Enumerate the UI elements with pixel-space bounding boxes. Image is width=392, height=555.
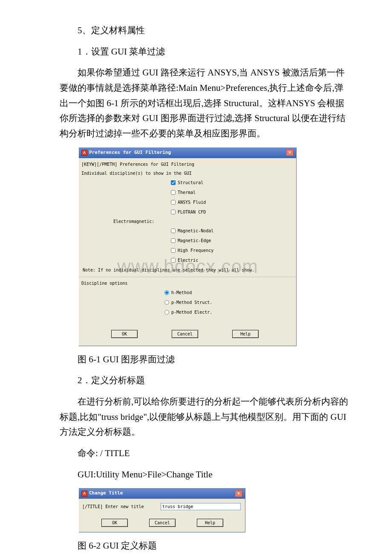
option-thermal[interactable]: Thermal bbox=[81, 188, 294, 197]
separator bbox=[79, 277, 296, 277]
button-row: OK Cancel Help bbox=[81, 325, 294, 341]
option-label: p-Method Struct. bbox=[171, 299, 212, 306]
paragraph: 5、定义材料属性 bbox=[60, 23, 352, 38]
help-button[interactable]: Help bbox=[197, 519, 223, 527]
checkbox-magnetic-nodal[interactable] bbox=[171, 228, 176, 233]
figure-6-2: Λ Change Title × [/TITLE] Enter new titl… bbox=[79, 488, 352, 532]
radio-p-method-struct[interactable]: p-Method Struct. bbox=[81, 298, 294, 307]
checkbox-thermal[interactable] bbox=[171, 190, 176, 195]
option-label: p-Method Electr. bbox=[171, 309, 212, 316]
group-label-electromagnetic: Electromagnetic: bbox=[81, 217, 294, 226]
dialog-titlebar: Λ Preferences for GUI Filtering × bbox=[79, 147, 296, 158]
dialog-text: [KEYW][/PMETH] Preferences for GUI Filte… bbox=[81, 160, 294, 169]
checkbox-high-frequency[interactable] bbox=[171, 248, 176, 253]
dialog-text: Individual discipline(s) to show in the … bbox=[81, 169, 294, 178]
paragraph: 2．定义分析标题 bbox=[60, 373, 352, 388]
document-page: 5、定义材料属性 1．设置 GUI 菜单过滤 如果你希望通过 GUI 路径来运行… bbox=[0, 0, 392, 555]
checkbox-ansys-fluid[interactable] bbox=[171, 200, 176, 205]
radio-h-method[interactable]: h-Method bbox=[81, 288, 294, 298]
dialog-titlebar: Λ Change Title × bbox=[79, 488, 245, 499]
option-ansys-fluid[interactable]: ANSYS Fluid bbox=[81, 197, 294, 207]
title-input-row: [/TITLE] Enter new title bbox=[82, 501, 242, 515]
paragraph: 命令: / TITLE bbox=[60, 446, 352, 461]
option-structural[interactable]: Structural bbox=[81, 178, 294, 188]
input-prompt: [/TITLE] Enter new title bbox=[82, 503, 155, 510]
radio-h[interactable] bbox=[164, 290, 169, 295]
figure-6-1: Λ Preferences for GUI Filtering × [KEYW]… bbox=[79, 147, 352, 346]
checkbox-flotran[interactable] bbox=[171, 210, 176, 214]
option-label: Electric bbox=[178, 257, 198, 264]
button-row: OK Cancel Help bbox=[82, 515, 242, 529]
ansys-icon: Λ bbox=[81, 491, 87, 497]
radio-p-struct[interactable] bbox=[164, 300, 169, 305]
figure-caption: 图 6-1 GUI 图形界面过滤 bbox=[60, 352, 352, 367]
figure-caption: 图 6-2 GUI 定义标题 bbox=[60, 538, 352, 554]
dialog-title: Change Title bbox=[89, 489, 123, 497]
dialog-title: Preferences for GUI Filtering bbox=[89, 149, 171, 157]
ok-button[interactable]: OK bbox=[111, 330, 138, 338]
ok-button[interactable]: OK bbox=[101, 519, 128, 527]
paragraph: 如果你希望通过 GUI 路径来运行 ANSYS,当 ANSYS 被激活后第一件要… bbox=[60, 65, 352, 141]
cancel-button[interactable]: Cancel bbox=[172, 330, 198, 338]
change-title-dialog: Λ Change Title × [/TITLE] Enter new titl… bbox=[79, 488, 245, 532]
option-label: Thermal bbox=[178, 189, 196, 196]
option-electric[interactable]: Electric bbox=[81, 255, 294, 265]
radio-p-method-electr[interactable]: p-Method Electr. bbox=[81, 307, 294, 317]
option-magnetic-nodal[interactable]: Magnetic-Nodal bbox=[81, 226, 294, 236]
preferences-dialog: Λ Preferences for GUI Filtering × [KEYW]… bbox=[79, 147, 297, 346]
radio-p-electr[interactable] bbox=[164, 310, 169, 315]
option-label: Magnetic-Nodal bbox=[178, 227, 213, 234]
option-flotran-cfd[interactable]: FLOTRAN CFD bbox=[81, 207, 294, 217]
paragraph: 在进行分析前,可以给你所要进行的分析起一个能够代表所分析内容的标题,比如"tru… bbox=[60, 394, 352, 440]
checkbox-structural[interactable] bbox=[171, 180, 176, 185]
checkbox-magnetic-edge[interactable] bbox=[171, 238, 176, 243]
option-high-frequency[interactable]: High Frequency bbox=[81, 246, 294, 255]
checkbox-electric[interactable] bbox=[171, 258, 176, 263]
option-label: High Frequency bbox=[178, 247, 213, 254]
dialog-note: Note: If no individual disciplines are s… bbox=[81, 265, 294, 275]
group-label-discipline-options: Discipline options bbox=[81, 279, 294, 288]
close-icon[interactable]: × bbox=[286, 149, 294, 156]
cancel-button[interactable]: Cancel bbox=[149, 519, 176, 527]
option-label: Magnetic-Edge bbox=[178, 237, 211, 244]
paragraph: GUI:Utility Menu>File>Change Title bbox=[60, 467, 352, 483]
option-label: h-Method bbox=[171, 289, 192, 296]
option-label: Structural bbox=[178, 179, 203, 186]
title-input[interactable] bbox=[161, 503, 241, 510]
option-magnetic-edge[interactable]: Magnetic-Edge bbox=[81, 236, 294, 246]
help-button[interactable]: Help bbox=[232, 330, 259, 338]
close-icon[interactable]: × bbox=[235, 490, 242, 497]
paragraph: 1．设置 GUI 菜单过滤 bbox=[60, 44, 352, 60]
option-label: FLOTRAN CFD bbox=[178, 208, 206, 216]
ansys-icon: Λ bbox=[81, 150, 87, 156]
option-label: ANSYS Fluid bbox=[178, 199, 206, 206]
